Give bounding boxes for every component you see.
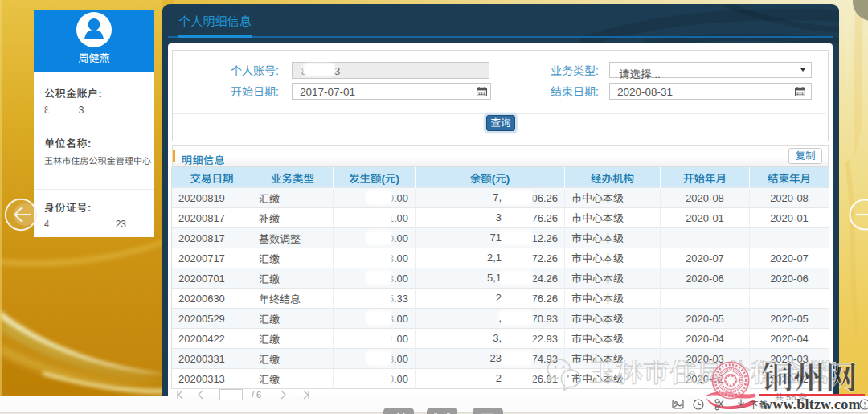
svg-text:/ 6: / 6	[252, 390, 261, 400]
svg-text:下载: 下载	[749, 398, 768, 411]
